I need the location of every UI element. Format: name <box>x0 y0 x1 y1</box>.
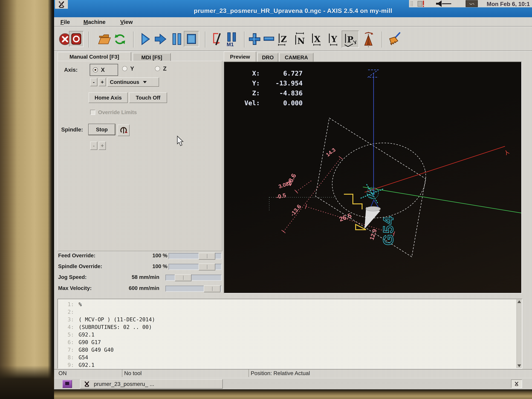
axis-radio-z[interactable]: Z <box>155 65 167 72</box>
toolbar-separator <box>133 31 134 48</box>
max-velocity-row: Max Velocity: 600 mm/min <box>54 285 222 293</box>
scroll-down-arrow[interactable] <box>517 363 522 368</box>
jog-increment-dropdown[interactable]: Continuous <box>108 77 159 87</box>
pager-widget[interactable] <box>511 380 522 388</box>
tab-preview[interactable]: Preview <box>224 51 256 61</box>
max-velocity-slider[interactable] <box>165 286 222 292</box>
spindle-label: Spindle: <box>61 126 83 133</box>
toolbar: M1 Z N <box>54 27 532 51</box>
gcode-line[interactable]: 3:( MCV-OP ) (11-DEC-2014) <box>58 316 511 323</box>
view-z-button[interactable]: Z <box>278 32 290 47</box>
clear-plot-button[interactable] <box>387 32 403 47</box>
skip-lines-button[interactable] <box>211 32 225 46</box>
gcode-line[interactable]: 8:G54 <box>58 354 511 361</box>
toolbar-separator <box>89 31 89 48</box>
feed-override-handle[interactable] <box>199 253 215 260</box>
tab-camera[interactable]: CAMERA <box>279 53 313 61</box>
tray-window-icon[interactable] <box>465 0 478 7</box>
gcode-scrollbar[interactable] <box>516 299 522 368</box>
zoom-in-button[interactable] <box>248 33 261 45</box>
run-program-button[interactable] <box>140 33 151 45</box>
gcode-listing[interactable]: 1:% 2: 3:( MCV-OP ) (11-DEC-2014) 4:(SUB… <box>57 299 522 369</box>
desktop-panel: Mon Feb 6, 10:1 <box>409 0 532 7</box>
spindle-forward-button[interactable] <box>118 125 130 136</box>
dim-len-x: 26.5 <box>338 212 353 223</box>
menu-file[interactable]: File <box>60 19 70 25</box>
spindle-minus-label: - <box>93 143 95 149</box>
gcode-line[interactable]: 5:G92.1 <box>58 331 511 338</box>
workspace-menu-button[interactable] <box>62 380 72 388</box>
override-limits-label: Override Limits <box>98 109 137 115</box>
zoom-out-button[interactable] <box>263 35 275 43</box>
gcode-line[interactable]: 7:G80 G49 G40 <box>58 346 511 354</box>
axis-logo-icon <box>84 381 90 387</box>
feed-override-row: Feed Override: 100 % <box>54 252 222 260</box>
tab-mdi[interactable]: MDI [F5] <box>133 53 171 61</box>
spindle-minus-button[interactable]: - <box>90 141 97 150</box>
axis-radio-x[interactable]: X <box>90 64 118 76</box>
tab-manual-control[interactable]: Manual Control [F3] <box>57 52 131 61</box>
jog-minus-label: - <box>93 79 95 85</box>
menu-machine[interactable]: Machine <box>83 19 106 25</box>
gcode-line-text: G80 G49 G40 <box>74 347 114 353</box>
home-axis-button[interactable]: Home Axis <box>89 92 128 103</box>
gcode-line[interactable]: 6:G90 G17 <box>58 338 511 346</box>
axis-radio-y[interactable]: Y <box>122 65 134 72</box>
window-icon-chip <box>55 0 68 9</box>
dim-min-z: -0.5 <box>276 192 287 200</box>
gcode-line[interactable]: 9:G92.1 <box>58 361 511 369</box>
view-y-label: Y <box>331 34 337 44</box>
spindle-override-value: 100 % <box>117 263 167 269</box>
preview-canvas[interactable]: X: 6.727 Y: -13.954 Z: -4.836 Vel: 0.000 <box>224 61 522 293</box>
gcode-line-number: 7: <box>58 346 74 354</box>
jog-speed-handle[interactable] <box>175 274 191 281</box>
jog-plus-button[interactable]: + <box>99 78 106 86</box>
gcode-line-number: 8: <box>58 354 74 361</box>
view-x-button[interactable]: X <box>311 32 323 47</box>
taskbar: prumer_23_posmeru_ ... <box>54 378 532 389</box>
view-p-button[interactable]: P <box>342 31 359 48</box>
spindle-plus-button[interactable]: + <box>99 141 106 150</box>
menu-bar: File Machine View <box>54 17 532 27</box>
feed-override-slider[interactable] <box>169 253 222 259</box>
spindle-override-handle[interactable] <box>199 264 215 270</box>
stop-button[interactable] <box>184 31 199 47</box>
panel-clock[interactable]: Mon Feb 6, 10:1 <box>487 1 532 7</box>
menu-file-rest: ile <box>64 19 70 25</box>
panel-grip[interactable] <box>410 1 415 6</box>
gcode-line[interactable]: 2: <box>58 308 511 316</box>
pause-button[interactable] <box>171 33 183 45</box>
touch-off-button[interactable]: Touch Off <box>129 92 167 103</box>
taskbar-window-button[interactable]: prumer_23_posmeru_ ... <box>80 379 223 389</box>
update-notifier-icon[interactable] <box>417 0 425 7</box>
view-y-button[interactable]: Y <box>328 32 340 47</box>
menu-view[interactable]: View <box>120 19 133 25</box>
window-titlebar[interactable]: prumer_23_posmeru_HR_Upravena 0.ngc - AX… <box>54 0 532 17</box>
rotate-view-button[interactable] <box>361 31 376 48</box>
tab-dro[interactable]: DRO <box>258 53 278 61</box>
feed-override-value: 100 % <box>117 252 167 258</box>
gcode-line[interactable]: 4:(SUBROUTINES: 02 .. 00) <box>58 323 511 331</box>
window-title: prumer_23_posmeru_HR_Upravena 0.ngc - AX… <box>54 7 532 14</box>
gcode-line-number: 4: <box>58 323 74 331</box>
status-machine-state: ON <box>57 369 122 377</box>
reload-button[interactable] <box>113 32 127 46</box>
optional-pause-button[interactable]: M1 <box>226 32 240 47</box>
override-limits-checkbox[interactable]: Override Limits <box>90 109 137 115</box>
open-file-button[interactable] <box>98 33 112 45</box>
jog-minus-button[interactable]: - <box>90 78 97 86</box>
max-velocity-handle[interactable] <box>204 285 221 292</box>
jog-speed-slider[interactable] <box>165 275 222 281</box>
spindle-override-slider[interactable] <box>169 264 222 270</box>
spindle-stop-button[interactable]: Stop <box>89 124 115 135</box>
machine-power-button[interactable] <box>69 31 83 47</box>
gcode-line[interactable]: 1:% <box>58 301 511 308</box>
gcode-line-text: G92.1 <box>74 331 95 338</box>
feed-override-label: Feed Override: <box>58 252 95 258</box>
volume-muted-icon[interactable] <box>435 0 452 7</box>
view-n-button[interactable]: N <box>294 32 306 47</box>
scroll-up-arrow[interactable] <box>517 299 522 304</box>
gcode-line-number: 1: <box>58 301 74 308</box>
spindle-plus-label: + <box>101 143 104 149</box>
run-step-button[interactable] <box>154 33 168 45</box>
